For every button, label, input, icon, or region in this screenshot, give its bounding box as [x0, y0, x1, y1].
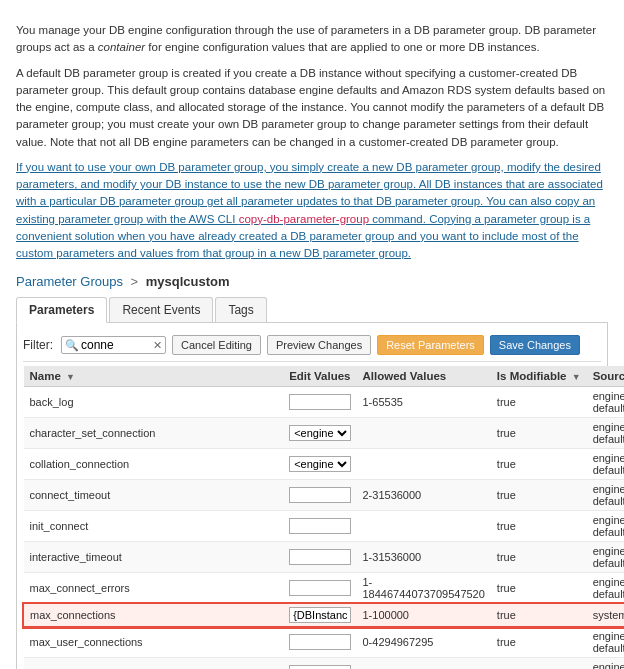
breadcrumb-parent-link[interactable]: Parameter Groups — [16, 274, 123, 289]
cell-allowed — [357, 418, 491, 449]
cell-allowed — [357, 449, 491, 480]
cell-allowed: 0-4294967295 — [357, 627, 491, 658]
table-row: max_connections1-100000truesystemdynamic — [24, 604, 625, 627]
table-row: max_user_connections0-4294967295trueengi… — [24, 627, 625, 658]
table-header-row: Name ▼ Edit Values Allowed Values Is Mod… — [24, 366, 625, 387]
tab-parameters[interactable]: Parameters — [16, 297, 107, 323]
cancel-editing-button[interactable]: Cancel Editing — [172, 335, 261, 355]
cell-name: interactive_timeout — [24, 542, 284, 573]
table-row: max_connect_errors1-18446744073709547520… — [24, 573, 625, 604]
intro-paragraph-1: You manage your DB engine configuration … — [16, 22, 608, 57]
tab-tags[interactable]: Tags — [215, 297, 266, 322]
cell-allowed: 2-31536000 — [357, 480, 491, 511]
cell-edit[interactable] — [283, 627, 356, 658]
cell-edit[interactable]: <engine-default> — [283, 418, 356, 449]
cell-source: engine-default — [587, 658, 624, 669]
cell-source: engine-default — [587, 480, 624, 511]
tab-recent-events[interactable]: Recent Events — [109, 297, 213, 322]
cell-name: init_connect — [24, 511, 284, 542]
cell-edit[interactable] — [283, 480, 356, 511]
col-header-allowed: Allowed Values — [357, 366, 491, 387]
cell-edit[interactable] — [283, 604, 356, 627]
tabs-bar: Parameters Recent Events Tags — [16, 297, 608, 323]
cell-source: engine-default — [587, 542, 624, 573]
cell-source: engine-default — [587, 387, 624, 418]
cell-name: character_set_connection — [24, 418, 284, 449]
preview-changes-button[interactable]: Preview Changes — [267, 335, 371, 355]
col-header-source[interactable]: Source ▼ — [587, 366, 624, 387]
filter-input[interactable] — [81, 338, 151, 352]
intro-paragraph-2: A default DB parameter group is created … — [16, 65, 608, 151]
col-header-name[interactable]: Name ▼ — [24, 366, 284, 387]
cell-edit[interactable] — [283, 573, 356, 604]
intro-paragraph-3[interactable]: If you want to use your own DB parameter… — [16, 159, 608, 263]
table-row: collation_connection<engine-default>true… — [24, 449, 625, 480]
cell-modifiable: true — [491, 480, 587, 511]
cell-modifiable: true — [491, 573, 587, 604]
filter-clear-button[interactable]: ✕ — [153, 339, 162, 352]
toolbar: Filter: 🔍 ✕ Cancel Editing Preview Chang… — [23, 329, 601, 362]
breadcrumb: Parameter Groups > mysqlcustom — [16, 274, 608, 289]
table-row: net_read_timeout1-31536000trueengine-def… — [24, 658, 625, 669]
col-header-modifiable[interactable]: Is Modifiable ▼ — [491, 366, 587, 387]
cell-source: engine-default — [587, 418, 624, 449]
cell-edit[interactable] — [283, 658, 356, 669]
cell-edit[interactable] — [283, 511, 356, 542]
cell-name: back_log — [24, 387, 284, 418]
cell-source: system — [587, 604, 624, 627]
cell-source: engine-default — [587, 627, 624, 658]
cell-modifiable: true — [491, 418, 587, 449]
reset-parameters-button[interactable]: Reset Parameters — [377, 335, 484, 355]
cell-allowed: 1-100000 — [357, 604, 491, 627]
cell-edit[interactable] — [283, 387, 356, 418]
cell-allowed — [357, 511, 491, 542]
breadcrumb-current: mysqlcustom — [146, 274, 230, 289]
cell-modifiable: true — [491, 604, 587, 627]
parameters-table: Name ▼ Edit Values Allowed Values Is Mod… — [23, 366, 624, 669]
table-row: init_connecttrueengine-defaultdynamic — [24, 511, 625, 542]
breadcrumb-separator: > — [131, 274, 139, 289]
cell-name: max_user_connections — [24, 627, 284, 658]
cell-modifiable: true — [491, 627, 587, 658]
cell-allowed: 1-31536000 — [357, 542, 491, 573]
cell-allowed: 1-18446744073709547520 — [357, 573, 491, 604]
cell-allowed: 1-31536000 — [357, 658, 491, 669]
save-changes-button[interactable]: Save Changes — [490, 335, 580, 355]
cell-source: engine-default — [587, 449, 624, 480]
cell-edit[interactable]: <engine-default> — [283, 449, 356, 480]
cell-modifiable: true — [491, 387, 587, 418]
filter-label: Filter: — [23, 338, 53, 352]
cell-name: max_connections — [24, 604, 284, 627]
table-row: connect_timeout2-31536000trueengine-defa… — [24, 480, 625, 511]
cell-name: net_read_timeout — [24, 658, 284, 669]
cell-source: engine-default — [587, 511, 624, 542]
cell-modifiable: true — [491, 542, 587, 573]
cell-name: max_connect_errors — [24, 573, 284, 604]
cell-source: engine-default — [587, 573, 624, 604]
cell-name: connect_timeout — [24, 480, 284, 511]
cell-modifiable: true — [491, 511, 587, 542]
cell-modifiable: true — [491, 658, 587, 669]
filter-input-wrap: 🔍 ✕ — [61, 336, 166, 354]
table-row: interactive_timeout1-31536000trueengine-… — [24, 542, 625, 573]
cell-edit[interactable] — [283, 542, 356, 573]
cell-modifiable: true — [491, 449, 587, 480]
table-row: back_log1-65535trueengine-defaultstatic — [24, 387, 625, 418]
table-row: character_set_connection<engine-default>… — [24, 418, 625, 449]
cell-name: collation_connection — [24, 449, 284, 480]
col-header-edit: Edit Values — [283, 366, 356, 387]
search-icon: 🔍 — [65, 339, 79, 352]
cell-allowed: 1-65535 — [357, 387, 491, 418]
